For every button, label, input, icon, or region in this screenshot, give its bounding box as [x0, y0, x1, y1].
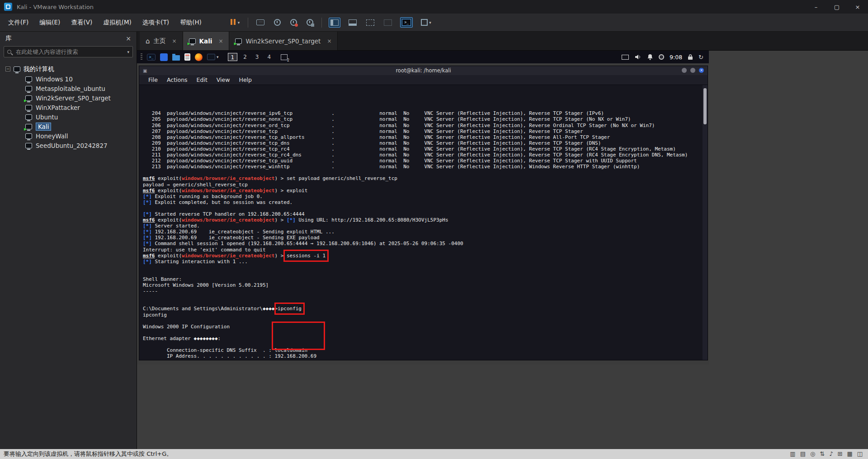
vm-monitor-icon: [25, 124, 32, 129]
tab-win2kserver-sp0-target[interactable]: Win2kServer_SP0_target×: [229, 32, 338, 50]
session-menu-icon[interactable]: ↻: [698, 54, 703, 61]
terminal-titlebar[interactable]: ▣ root@kali: /home/kali ×: [139, 66, 708, 75]
terminal-menu-file[interactable]: File: [144, 76, 162, 83]
clock[interactable]: 9:08: [670, 54, 682, 61]
minimize-button[interactable]: –: [806, 0, 826, 14]
folder-icon[interactable]: [172, 55, 180, 61]
terminal-launcher-icon[interactable]: >_: [147, 54, 156, 61]
menu-item-4[interactable]: 选项卡(T): [137, 15, 175, 30]
workspace-2[interactable]: 2: [241, 53, 250, 61]
terminal-menu-actions[interactable]: Actions: [162, 76, 192, 83]
settings-icon[interactable]: ◫: [857, 449, 863, 459]
console-view-button[interactable]: >_: [400, 17, 413, 28]
terminal-line: payload ⇒ generic/shell_reverse_tcp: [143, 182, 708, 188]
unity-button[interactable]: [382, 18, 393, 27]
terminal-line: 207 payload/windows/vncinject/reverse_tc…: [143, 128, 708, 134]
sidebar-item-metasploitable-ubuntu[interactable]: Metasploitable_ubuntu: [0, 84, 137, 93]
keyboard-icon: ⋯: [256, 19, 264, 25]
menu-item-3[interactable]: 虚拟机(M): [98, 15, 137, 30]
tab-[interactable]: ⌂主页×: [140, 32, 183, 50]
library-close-icon[interactable]: ×: [126, 35, 131, 42]
chevron-down-icon[interactable]: ▾: [238, 20, 240, 25]
device-icons: ▥▤◎⇅♪⊞▦◫: [790, 449, 864, 459]
tree-expander-icon[interactable]: −: [5, 66, 10, 71]
terminal-mini-icon: [207, 54, 215, 60]
manage-snapshots-icon: [307, 19, 313, 26]
terminal-line: 208 payload/windows/vncinject/reverse_tc…: [143, 134, 708, 140]
text-editor-icon[interactable]: [184, 53, 190, 61]
tree-root-my-computer[interactable]: − 我的计算机: [0, 64, 137, 74]
status-circle-icon[interactable]: [659, 54, 664, 60]
terminal-close-button[interactable]: ×: [699, 68, 704, 73]
sidebar-item-seedubuntu-20242827[interactable]: SeedUbuntu_20242827: [0, 141, 137, 150]
tab-kali[interactable]: Kali×: [183, 32, 230, 50]
sound-icon[interactable]: ♪: [829, 449, 833, 459]
menu-item-2[interactable]: 查看(V): [66, 15, 98, 30]
chevron-down-icon[interactable]: ▾: [127, 50, 129, 54]
window-stack-icon[interactable]: 2: [281, 54, 288, 60]
terminal-maximize-button[interactable]: [690, 68, 695, 73]
tab-close-icon[interactable]: ×: [172, 38, 177, 44]
files-app-icon[interactable]: [160, 53, 168, 61]
revert-snapshot-button[interactable]: [289, 18, 298, 27]
chevron-down-icon[interactable]: ▾: [429, 20, 431, 25]
message-icon[interactable]: ▥: [790, 449, 795, 459]
library-search[interactable]: ▾: [4, 46, 133, 57]
terminal-scrollbar[interactable]: [703, 85, 708, 360]
fullscreen-button[interactable]: ▾: [420, 18, 433, 27]
workspace-1[interactable]: 1: [228, 53, 238, 61]
terminal-minimize-button[interactable]: [682, 68, 687, 73]
terminal-menu-help[interactable]: Help: [234, 76, 256, 83]
vm-monitor-icon: [25, 95, 32, 101]
usb-icon[interactable]: ⊞: [838, 449, 843, 459]
show-library-button[interactable]: [329, 18, 340, 28]
cd-rom-icon[interactable]: ◎: [810, 449, 815, 459]
sidebar-item-winxpattacker[interactable]: WinXPattacker: [0, 103, 137, 112]
firefox-icon[interactable]: [195, 53, 203, 61]
terminal-line: 212 payload/windows/vncinject/reverse_tc…: [143, 158, 708, 164]
terminal-dropdown[interactable]: ▾: [207, 54, 219, 60]
terminal-line: [143, 170, 708, 175]
scrollbar-thumb[interactable]: [703, 88, 707, 124]
terminal-body[interactable]: 204 payload/windows/vncinject/reverse_ip…: [139, 85, 708, 360]
volume-icon[interactable]: [634, 54, 642, 60]
tab-close-icon[interactable]: ×: [218, 38, 223, 44]
sidebar-item-win2kserver-sp0-target[interactable]: Win2kServer_SP0_target: [0, 93, 137, 103]
menu-item-1[interactable]: 编辑(E): [34, 15, 66, 30]
send-ctrl-alt-del-button[interactable]: ⋯: [255, 18, 266, 27]
display-icon[interactable]: [622, 55, 629, 60]
sidebar-item-honeywall[interactable]: HoneyWall: [0, 131, 137, 141]
terminal-line: [143, 300, 708, 306]
terminal-menu-view[interactable]: View: [212, 76, 235, 83]
notifications-icon[interactable]: [647, 54, 653, 60]
display-icon[interactable]: ▦: [847, 449, 852, 459]
take-snapshot-button[interactable]: [273, 18, 282, 27]
search-icon: [7, 50, 11, 54]
lock-icon[interactable]: [688, 54, 693, 60]
workspace-4[interactable]: 4: [264, 53, 274, 61]
terminal-menu-edit[interactable]: Edit: [192, 76, 212, 83]
manage-snapshots-button[interactable]: [305, 18, 315, 27]
hard-disk-icon[interactable]: ▤: [800, 449, 806, 459]
fit-guest-button[interactable]: [365, 18, 376, 27]
close-button[interactable]: ×: [847, 0, 868, 14]
terminal-line: [*] Starting interaction with 1 ...: [143, 259, 708, 265]
show-thumbnail-bar-button[interactable]: [347, 18, 358, 27]
menu-item-5[interactable]: 帮助(H): [175, 15, 207, 30]
search-input[interactable]: [15, 48, 127, 56]
terminal-line: [143, 270, 708, 276]
vm-screen[interactable]: >_ ▾ 1234 2: [137, 51, 709, 364]
highlight-box-ip-values: [272, 322, 325, 350]
stack-badge: 2: [287, 58, 289, 62]
menu-item-0[interactable]: 文件(F): [3, 15, 34, 30]
sidebar-item-windows-10[interactable]: Windows 10: [0, 74, 137, 84]
tab-close-icon[interactable]: ×: [327, 38, 331, 44]
network-icon[interactable]: ⇅: [820, 449, 825, 459]
workspace-3[interactable]: 3: [253, 53, 262, 61]
tab-bar: ⌂主页×Kali×Win2kServer_SP0_target×: [137, 32, 868, 51]
sidebar-item-ubuntu[interactable]: Ubuntu: [0, 112, 137, 122]
terminal-window[interactable]: ▣ root@kali: /home/kali × FileActionsEdi…: [139, 66, 708, 360]
suspend-button[interactable]: ▾: [229, 17, 241, 28]
sidebar-item-kali[interactable]: Kali: [0, 122, 137, 131]
maximize-button[interactable]: ▢: [826, 0, 847, 14]
